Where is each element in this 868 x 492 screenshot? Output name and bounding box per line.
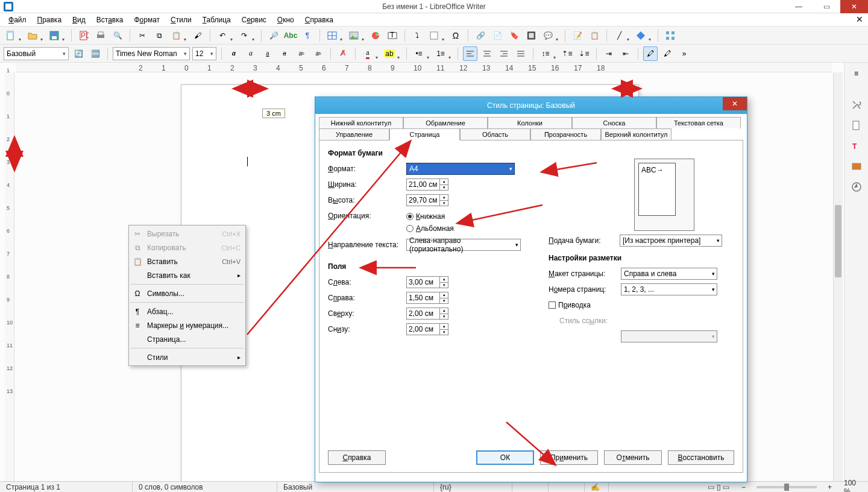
record-changes-button[interactable]: 📋 bbox=[587, 28, 602, 43]
menu-file[interactable]: Файл bbox=[4, 14, 31, 25]
open-button[interactable] bbox=[25, 28, 40, 43]
bullets-button[interactable]: •≡ bbox=[412, 46, 426, 61]
track-changes-button[interactable]: 📝 bbox=[570, 28, 585, 43]
redo-button[interactable]: ↷ bbox=[237, 28, 251, 43]
ctx-styles[interactable]: Стили▸ bbox=[129, 350, 245, 364]
font-color-button[interactable]: a bbox=[360, 46, 375, 61]
vertical-ruler[interactable]: 1012345678910111213 bbox=[5, 72, 14, 481]
format-select[interactable]: A4 bbox=[406, 163, 515, 175]
tab-header[interactable]: Верхний колонтитул bbox=[601, 128, 671, 140]
formatting-marks-button[interactable]: ¶ bbox=[300, 28, 315, 43]
status-style[interactable]: Базовый bbox=[277, 482, 434, 492]
new-doc-button[interactable] bbox=[4, 28, 18, 43]
tab-textgrid[interactable]: Текстовая сетка bbox=[656, 117, 741, 128]
menu-format[interactable]: Формат bbox=[129, 14, 165, 25]
margin-bottom-spinbox[interactable]: 2,00 см▴▾ bbox=[406, 323, 448, 335]
subscript-button[interactable]: ab bbox=[311, 46, 326, 61]
paste-button[interactable]: 📋 bbox=[169, 28, 183, 43]
tab-footnote[interactable]: Сноска bbox=[572, 117, 656, 128]
tab-area[interactable]: Область bbox=[460, 128, 530, 140]
bold-button[interactable]: a bbox=[227, 46, 241, 61]
textdir-select[interactable]: Слева-направо (горизонтально) bbox=[406, 239, 521, 251]
insert-table-button[interactable] bbox=[325, 28, 339, 43]
menu-edit[interactable]: Правка bbox=[33, 14, 67, 25]
hyperlink-button[interactable]: 🔗 bbox=[473, 28, 488, 43]
increase-indent-button[interactable]: ⇥ bbox=[602, 46, 616, 61]
view-buttons[interactable]: ▭ ▯ ▭ bbox=[702, 482, 735, 492]
register-true-checkbox[interactable] bbox=[549, 301, 556, 309]
ctx-paragraph[interactable]: ¶Абзац... bbox=[129, 304, 245, 318]
ctx-symbols[interactable]: ΩСимволы... bbox=[129, 286, 245, 300]
find-replace-button[interactable]: 🔎 bbox=[266, 28, 281, 43]
dialog-titlebar[interactable]: Стиль страницы: Базовый ✕ bbox=[315, 97, 747, 114]
zoom-in-button[interactable]: + bbox=[822, 482, 838, 492]
maximize-button[interactable]: ▭ bbox=[813, 0, 840, 13]
menu-tools[interactable]: Сервис bbox=[237, 14, 271, 25]
width-spinbox[interactable]: 21,00 см▴▾ bbox=[406, 178, 448, 191]
line-button[interactable]: ╱ bbox=[612, 28, 626, 43]
insert-symbol-button[interactable]: Ω bbox=[448, 28, 463, 43]
ok-button[interactable]: ОК bbox=[476, 450, 534, 465]
save-button[interactable] bbox=[47, 28, 61, 43]
sidebar-page-icon[interactable] bbox=[848, 117, 865, 134]
superscript-button[interactable]: ab bbox=[294, 46, 309, 61]
numbering-button[interactable]: 1≡ bbox=[433, 46, 448, 61]
export-pdf-button[interactable]: PDF bbox=[77, 28, 91, 43]
paragraph-style-select[interactable]: Базовый bbox=[4, 47, 69, 60]
zoom-out-button[interactable]: − bbox=[735, 482, 752, 492]
menu-view[interactable]: Вид bbox=[68, 14, 90, 25]
tab-footer[interactable]: Нижний колонтитул bbox=[319, 117, 403, 128]
status-insert[interactable] bbox=[512, 482, 549, 492]
increase-spacing-button[interactable]: ⇡≡ bbox=[560, 46, 574, 61]
dialog-close-button[interactable]: ✕ bbox=[723, 97, 747, 110]
margin-left-spinbox[interactable]: 3,00 см▴▾ bbox=[406, 276, 448, 288]
sidebar-settings-icon[interactable]: ≡ bbox=[848, 65, 865, 82]
apply-button[interactable]: Применить bbox=[540, 450, 598, 465]
cut-button[interactable]: ✂ bbox=[135, 28, 149, 43]
sidebar-gallery-icon[interactable] bbox=[848, 158, 865, 175]
footnote-button[interactable]: 📄 bbox=[490, 28, 505, 43]
italic-button[interactable]: a bbox=[244, 46, 258, 61]
ctx-paste[interactable]: 📋ВставитьCtrl+V bbox=[129, 254, 245, 268]
insert-chart-button[interactable] bbox=[368, 28, 383, 43]
menu-styles[interactable]: Стили bbox=[166, 14, 197, 25]
tab-borders[interactable]: Обрамление bbox=[403, 117, 488, 128]
close-document-button[interactable]: ✕ bbox=[856, 14, 863, 24]
sidebar-properties-icon[interactable] bbox=[848, 96, 865, 113]
insert-textbox-button[interactable]: T bbox=[385, 28, 400, 43]
font-name-select[interactable]: Times New Roman bbox=[113, 47, 190, 60]
clone-format-button[interactable]: 🖌 bbox=[190, 28, 205, 43]
underline-button[interactable]: a bbox=[260, 46, 275, 61]
comment-button[interactable]: 💬 bbox=[541, 28, 555, 43]
cross-ref-button[interactable]: 🔲 bbox=[524, 28, 538, 43]
page-numbers-select[interactable]: 1, 2, 3, ... bbox=[621, 283, 717, 295]
align-left-button[interactable] bbox=[463, 46, 477, 61]
decrease-spacing-button[interactable]: ⇣≡ bbox=[577, 46, 591, 61]
tab-organizer[interactable]: Управление bbox=[319, 128, 389, 140]
insert-image-button[interactable] bbox=[347, 28, 361, 43]
grid-button[interactable] bbox=[663, 28, 678, 43]
zoom-slider[interactable] bbox=[756, 486, 817, 488]
height-spinbox[interactable]: 29,70 см▴▾ bbox=[406, 194, 448, 206]
line-spacing-button[interactable]: ↕≡ bbox=[538, 46, 553, 61]
status-lang[interactable]: {ru} bbox=[434, 482, 512, 492]
undo-button[interactable]: ↶ bbox=[215, 28, 230, 43]
strikethrough-button[interactable]: a bbox=[277, 46, 292, 61]
decrease-indent-button[interactable]: ⇤ bbox=[618, 46, 633, 61]
tab-transparency[interactable]: Прозрачность bbox=[530, 128, 601, 140]
highlight-button[interactable]: ab bbox=[382, 46, 397, 61]
insert-field-button[interactable] bbox=[427, 28, 441, 43]
highlighting-brush-icon[interactable]: 🖍 bbox=[643, 46, 658, 61]
update-style-button[interactable]: 🔄 bbox=[71, 46, 86, 61]
vertical-scrollbar[interactable] bbox=[833, 72, 843, 481]
horizontal-ruler[interactable]: 210123456789101112131415161718 bbox=[16, 63, 832, 72]
align-center-button[interactable] bbox=[480, 46, 494, 61]
clear-formatting-button[interactable]: A̸ bbox=[336, 46, 350, 61]
align-right-button[interactable] bbox=[497, 46, 511, 61]
status-sig-icon[interactable]: ✍ bbox=[585, 482, 609, 492]
ctx-page[interactable]: Страница... bbox=[129, 332, 245, 346]
menu-table[interactable]: Таблица bbox=[198, 14, 236, 25]
print-preview-button[interactable]: 🔍 bbox=[110, 28, 125, 43]
margin-right-spinbox[interactable]: 1,50 см▴▾ bbox=[406, 292, 448, 304]
restore-button[interactable]: Восстановить bbox=[668, 450, 734, 465]
